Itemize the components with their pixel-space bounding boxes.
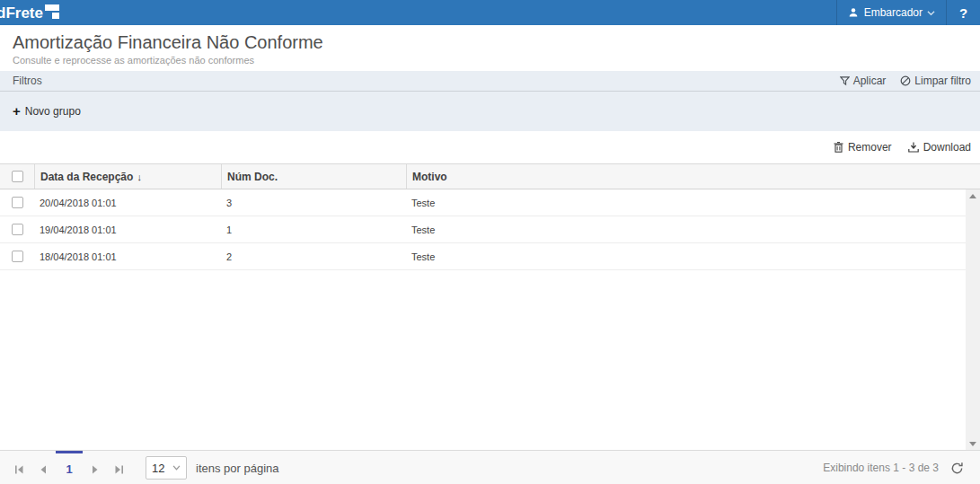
chevron-down-icon xyxy=(927,10,935,16)
download-button[interactable]: Download xyxy=(908,141,971,154)
download-label: Download xyxy=(923,141,971,154)
column-header-reason-label: Motivo xyxy=(412,171,447,183)
select-all-cell xyxy=(0,164,34,189)
last-page-button[interactable] xyxy=(107,451,131,484)
apply-filter-label: Aplicar xyxy=(853,75,887,87)
remove-button[interactable]: Remover xyxy=(834,141,892,154)
grid-toolbar: Remover Download xyxy=(0,131,980,163)
column-header-numdoc[interactable]: Núm Doc. xyxy=(221,164,406,189)
pager-status-text: Exibindo itens 1 - 3 de 3 xyxy=(823,451,939,484)
cell-numdoc: 3 xyxy=(221,189,406,216)
prev-page-button[interactable] xyxy=(31,451,56,484)
column-header-reason[interactable]: Motivo xyxy=(406,164,966,189)
first-page-button[interactable] xyxy=(7,451,31,484)
cancel-circle-icon xyxy=(900,75,911,86)
clear-filter-label: Limpar filtro xyxy=(914,75,971,87)
cell-numdoc: 2 xyxy=(221,243,406,269)
top-navbar: dFrete Embarcador ? xyxy=(0,0,980,25)
filter-group-panel: + Novo grupo xyxy=(0,92,980,131)
table-row[interactable]: 19/04/2018 01:01 1 Teste xyxy=(0,216,966,243)
table-row[interactable]: 20/04/2018 01:01 3 Teste xyxy=(0,189,966,216)
select-chevron-icon xyxy=(172,465,181,471)
grid-body: 20/04/2018 01:01 3 Teste 19/04/2018 01:0… xyxy=(0,189,980,450)
user-menu[interactable]: Embarcador xyxy=(836,0,946,25)
cell-numdoc: 1 xyxy=(221,216,406,242)
download-icon xyxy=(908,142,919,153)
page-title: Amortização Financeira Não Conforme xyxy=(13,31,967,53)
cell-date: 20/04/2018 01:01 xyxy=(34,189,221,216)
column-header-numdoc-label: Núm Doc. xyxy=(227,171,278,183)
page-size-select[interactable]: 12 xyxy=(146,456,187,480)
filters-bar: Filtros Aplicar Limpar filtro xyxy=(0,71,980,92)
logo-squares-icon xyxy=(45,4,60,19)
page-subtitle: Consulte e reprocesse as amortizações nã… xyxy=(13,55,967,66)
page-size-value: 12 xyxy=(152,462,164,475)
cell-reason: Teste xyxy=(406,243,966,269)
data-grid: Data da Recepção ↓ Núm Doc. Motivo 20/04… xyxy=(0,163,980,450)
sort-desc-icon: ↓ xyxy=(137,172,142,182)
table-row[interactable]: 18/04/2018 01:01 2 Teste xyxy=(0,243,966,270)
row-checkbox[interactable] xyxy=(12,224,23,235)
help-button[interactable]: ? xyxy=(946,0,980,25)
remove-label: Remover xyxy=(848,141,892,154)
table-scrollbar[interactable] xyxy=(966,189,980,450)
select-all-checkbox[interactable] xyxy=(12,171,23,182)
page-number-button[interactable]: 1 xyxy=(56,451,83,484)
scroll-up-icon[interactable] xyxy=(966,189,980,202)
filters-title: Filtros xyxy=(13,75,42,87)
app-window: dFrete Embarcador ? Amortização Financei… xyxy=(0,0,980,484)
trash-icon xyxy=(834,142,843,153)
apply-filter-button[interactable]: Aplicar xyxy=(840,75,887,87)
cell-reason: Teste xyxy=(406,216,966,242)
logo-text: dFrete xyxy=(0,4,43,23)
user-menu-label: Embarcador xyxy=(864,6,923,19)
row-checkbox[interactable] xyxy=(12,197,23,208)
cell-date: 19/04/2018 01:01 xyxy=(34,216,221,242)
grid-header-row: Data da Recepção ↓ Núm Doc. Motivo xyxy=(0,164,980,189)
filter-funnel-icon xyxy=(840,76,850,86)
user-icon xyxy=(848,7,859,18)
app-logo[interactable]: dFrete xyxy=(0,2,60,23)
cell-reason: Teste xyxy=(406,189,966,216)
column-header-date[interactable]: Data da Recepção ↓ xyxy=(34,164,221,189)
page-header: Amortização Financeira Não Conforme Cons… xyxy=(0,25,980,71)
refresh-button[interactable] xyxy=(939,451,975,484)
column-header-date-label: Data da Recepção xyxy=(40,171,133,183)
clear-filter-button[interactable]: Limpar filtro xyxy=(900,75,971,87)
next-page-button[interactable] xyxy=(83,451,107,484)
pagination-bar: 1 12 itens por página Exibindo itens 1 -… xyxy=(0,450,980,484)
row-checkbox[interactable] xyxy=(12,251,23,262)
scroll-down-icon[interactable] xyxy=(966,437,980,450)
cell-date: 18/04/2018 01:01 xyxy=(34,243,221,269)
items-per-page-label: itens por página xyxy=(196,451,279,484)
help-icon: ? xyxy=(959,5,967,21)
new-group-label: Novo grupo xyxy=(25,105,81,118)
new-group-button[interactable]: + Novo grupo xyxy=(13,105,81,118)
plus-icon: + xyxy=(13,106,21,117)
